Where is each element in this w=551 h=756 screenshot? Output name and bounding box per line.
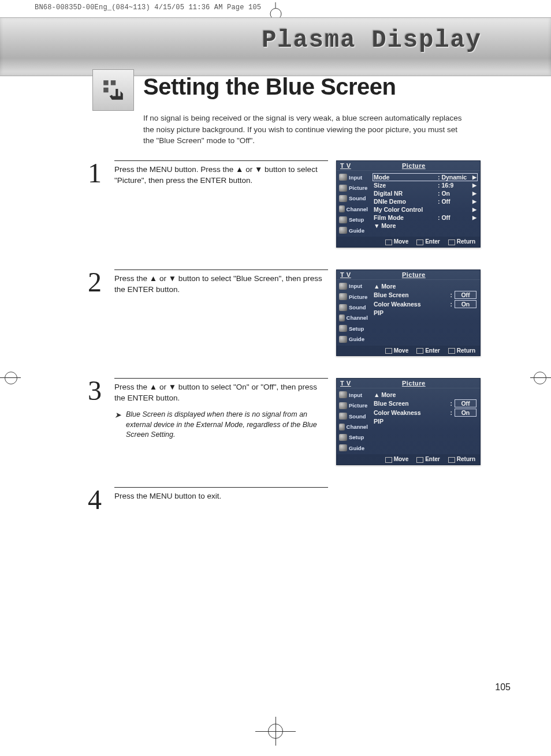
osd-value-box: On xyxy=(455,300,476,308)
svg-rect-0 xyxy=(103,80,108,85)
step: 3 Press the ▲ or ▼ button to select "On"… xyxy=(88,378,481,465)
osd-sidebar-label: Sound xyxy=(349,304,366,310)
osd-sidebar-item: Picture xyxy=(338,401,369,411)
page-title: Setting the Blue Screen xyxy=(143,74,396,100)
osd-sidebar-item: Setup xyxy=(338,432,369,443)
osd-value: : Off xyxy=(435,198,470,205)
osd-row: Size: 16:9▶ xyxy=(373,181,478,189)
osd-row-label: ▲ More xyxy=(374,391,437,398)
osd-hint: Move xyxy=(385,347,409,354)
step-body: Press the MENU button to exit. xyxy=(114,487,328,556)
osd-sidebar-label: Setup xyxy=(349,434,364,440)
note-arrow-icon: ➤ xyxy=(114,410,121,440)
osd-row-label: PIP xyxy=(374,418,437,425)
step-body: Press the ▲ or ▼ button to select "Blue … xyxy=(114,270,328,357)
osd-hint: Move xyxy=(385,238,409,245)
osd-row: Digital NR: On▶ xyxy=(373,189,478,197)
osd-sidebar-icon xyxy=(339,304,347,311)
osd-hint: Return xyxy=(448,456,475,462)
osd-sidebar-label: Guide xyxy=(349,336,364,342)
registration-mark-bottom xyxy=(268,724,283,739)
osd-sidebar-item: Input xyxy=(338,281,369,291)
print-slug: BN68-00835D-00Eng_(084~113) 4/15/05 11:3… xyxy=(35,3,261,12)
osd-sidebar-icon xyxy=(339,293,347,300)
osd-hint: Return xyxy=(448,347,475,354)
step-note: ➤Blue Screen is displayed when there is … xyxy=(114,410,328,440)
osd-value-box: Off xyxy=(455,291,476,299)
osd-panel: T VPicture InputPictureSoundChannelSetup… xyxy=(336,378,481,465)
osd-sidebar-item: Guide xyxy=(338,225,369,235)
step-number: 2 xyxy=(88,270,109,357)
osd-hint: Return xyxy=(448,238,475,245)
note-text: Blue Screen is displayed when there is n… xyxy=(126,410,328,440)
osd-row-label: Film Mode xyxy=(374,214,433,221)
osd-footer: MoveEnterReturn xyxy=(337,346,480,355)
step-text: Press the MENU button to exit. xyxy=(114,492,221,500)
osd-row-label: Mode xyxy=(374,174,433,181)
osd-row-label: Size xyxy=(374,182,433,189)
osd-colon: : xyxy=(451,400,453,407)
crop-mark-left xyxy=(0,372,17,384)
osd-sidebar-label: Guide xyxy=(349,445,364,451)
osd-sidebar-icon xyxy=(339,185,347,192)
osd-sidebar-label: Input xyxy=(349,283,362,289)
step-number: 4 xyxy=(88,487,109,556)
osd-header: T VPicture xyxy=(337,379,480,388)
osd-sidebar-icon xyxy=(339,216,347,223)
osd-row: Color Weakness:On xyxy=(373,300,478,309)
osd-sidebar-icon xyxy=(339,402,347,409)
osd-sidebar-item: Picture xyxy=(338,182,369,193)
osd-sidebar-label: Setup xyxy=(349,216,364,223)
osd-row-label: PIP xyxy=(374,309,437,316)
osd-sidebar-icon xyxy=(339,283,347,290)
osd-sidebar-item: Sound xyxy=(338,302,369,312)
page-number: 105 xyxy=(495,682,511,693)
osd-sidebar-item: Guide xyxy=(338,334,369,344)
osd-main: ▲ MoreBlue Screen:OffColor Weakness:OnPI… xyxy=(369,388,480,454)
osd-sidebar-label: Guide xyxy=(349,227,364,234)
brand-title: Plasma Display xyxy=(262,27,482,54)
step: 4 Press the MENU button to exit. xyxy=(88,487,481,556)
osd-sidebar-label: Channel xyxy=(347,315,368,321)
osd-sidebar-icon xyxy=(339,205,345,212)
osd-value: : On xyxy=(435,190,470,197)
osd-sidebar: InputPictureSoundChannelSetupGuide xyxy=(337,280,369,346)
osd-sidebar-label: Picture xyxy=(349,185,367,191)
osd-title: Picture xyxy=(351,162,476,169)
osd-value-box: On xyxy=(455,409,476,417)
osd-sidebar: InputPictureSoundChannelSetupGuide xyxy=(337,388,369,454)
crop-mark-right xyxy=(534,372,551,384)
osd-sidebar-icon xyxy=(339,336,347,343)
osd-tv-label: T V xyxy=(340,380,351,387)
osd-tv-label: T V xyxy=(340,162,351,169)
osd-sidebar-icon xyxy=(339,227,347,234)
header-band: Plasma Display xyxy=(0,17,551,76)
osd-row: Color Weakness:On xyxy=(373,408,478,417)
osd-sidebar-icon xyxy=(339,391,347,398)
steps-container: 1 Press the MENU button. Press the ▲ or … xyxy=(88,160,481,578)
chevron-right-icon: ▶ xyxy=(472,182,476,188)
osd-row-label: Digital NR xyxy=(374,190,433,197)
osd-row-label: ▲ More xyxy=(374,283,437,290)
osd-hint: Move xyxy=(385,456,409,462)
osd-sidebar-label: Sound xyxy=(349,413,366,420)
osd-sidebar-icon xyxy=(339,195,347,202)
osd-value: : 16:9 xyxy=(435,182,470,189)
osd-row-label: DNIe Demo xyxy=(374,198,433,205)
osd-row-label: My Color Control xyxy=(374,206,433,213)
intro-paragraph: If no signal is being received or the si… xyxy=(143,113,467,147)
chevron-right-icon: ▶ xyxy=(472,207,476,212)
osd-sidebar-label: Input xyxy=(349,392,362,398)
osd-row-label: ▼ More xyxy=(374,222,437,229)
osd-hint: Enter xyxy=(416,238,440,245)
svg-rect-2 xyxy=(103,88,108,92)
step: 2 Press the ▲ or ▼ button to select "Blu… xyxy=(88,270,481,357)
osd-row: Blue Screen:Off xyxy=(373,399,478,408)
osd-sidebar-label: Channel xyxy=(347,424,368,430)
osd-sidebar-icon xyxy=(339,325,347,332)
chevron-right-icon: ▶ xyxy=(472,199,476,204)
osd-sidebar-item: Sound xyxy=(338,411,369,421)
osd-sidebar-label: Input xyxy=(349,174,362,181)
osd-title: Picture xyxy=(351,271,476,278)
osd-row: DNIe Demo: Off▶ xyxy=(373,197,478,205)
